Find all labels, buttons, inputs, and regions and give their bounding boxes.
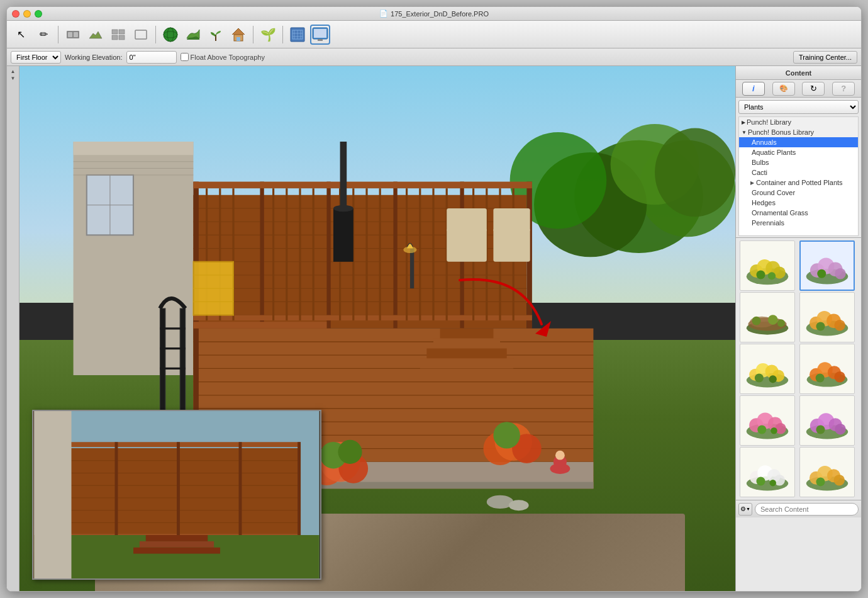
svg-rect-98 <box>433 339 500 349</box>
rotate-icon: ↻ <box>810 84 817 93</box>
mini-preview-scene <box>33 411 320 578</box>
tree-item-groundcover[interactable]: Ground Cover <box>739 188 858 198</box>
hedges-label: Hedges <box>744 199 776 206</box>
viewport[interactable] <box>19 66 735 592</box>
svg-point-182 <box>834 320 845 331</box>
training-center-button[interactable]: Training Center... <box>793 51 857 64</box>
plant-thumb-2[interactable] <box>799 240 855 291</box>
blueprint-tool[interactable] <box>287 25 308 45</box>
tab-rotate[interactable]: ↻ <box>802 82 825 96</box>
plant-thumb-5[interactable] <box>740 344 795 394</box>
plant-thumb-7[interactable] <box>740 395 795 446</box>
floor-select[interactable]: First Floor <box>11 51 61 64</box>
main-area: ▲ ▼ <box>7 66 861 592</box>
help-icon: ? <box>841 84 846 93</box>
plant-thumb-9[interactable] <box>740 447 795 497</box>
svg-rect-22 <box>318 39 323 41</box>
toolbar-separator-3 <box>253 26 253 43</box>
mini-preview <box>32 410 321 580</box>
tree-item-ornamental[interactable]: Ornamental Grass <box>739 208 858 218</box>
tab-style[interactable]: 🎨 <box>772 82 795 96</box>
landscape-tool[interactable] <box>183 25 203 45</box>
tree-item-hedges[interactable]: Hedges <box>739 198 858 208</box>
3d-view-tool[interactable] <box>131 25 151 45</box>
floor-bar: First Floor Working Elevation: Float Abo… <box>7 48 861 66</box>
svg-point-202 <box>757 425 766 434</box>
annuals-label: Annuals <box>744 138 777 146</box>
svg-point-137 <box>509 500 529 511</box>
style-icon: 🎨 <box>779 84 788 93</box>
svg-point-221 <box>833 475 845 486</box>
elevation-input[interactable] <box>126 51 177 64</box>
tree-item-container[interactable]: ▶ Container and Potted Plants <box>739 178 858 188</box>
zoom-out-arrow[interactable]: ▼ <box>11 76 16 81</box>
sphere-tool[interactable] <box>160 25 181 45</box>
svg-rect-49 <box>326 182 330 329</box>
container-expand-icon: ▶ <box>744 180 754 186</box>
svg-rect-131 <box>410 249 414 289</box>
panel-header: Content <box>736 66 861 80</box>
svg-rect-151 <box>177 442 180 538</box>
svg-rect-155 <box>146 535 208 541</box>
svg-rect-30 <box>74 142 194 155</box>
toolbar-separator-4 <box>282 26 283 43</box>
category-select[interactable]: Plants Trees Shrubs Flowers Ground Cover <box>738 100 859 114</box>
texture-tool[interactable] <box>108 25 128 45</box>
svg-rect-104 <box>193 322 326 329</box>
tab-info[interactable]: i <box>742 82 765 96</box>
punch-bonus-library-section[interactable]: ▼ Punch! Bonus Library <box>739 127 858 137</box>
svg-rect-53 <box>193 182 531 189</box>
cursor-tool[interactable]: ↖ <box>11 25 31 45</box>
pencil-tool[interactable]: ✏ <box>33 25 53 45</box>
svg-rect-158 <box>34 411 71 578</box>
perennials-label: Perennials <box>744 219 784 227</box>
punch-library-section[interactable]: ▶ Punch! Library <box>739 117 858 127</box>
plant-tool[interactable] <box>206 25 226 45</box>
floor-tool[interactable] <box>63 25 83 45</box>
plant-thumb-8[interactable] <box>799 395 855 446</box>
close-button[interactable] <box>12 10 19 18</box>
viewport-scene <box>19 66 735 592</box>
plant-thumb-6[interactable] <box>799 344 855 394</box>
tree-item-aquatic[interactable]: Aquatic Plants <box>739 147 858 157</box>
svg-rect-77 <box>447 228 487 262</box>
svg-rect-3 <box>112 30 118 34</box>
elevation-label: Working Elevation: <box>65 54 123 61</box>
gear-button[interactable]: ⚙ ▼ <box>738 503 752 516</box>
svg-rect-50 <box>393 182 397 329</box>
window-title: 📄 175_Exterior_DnD_Before.PRO <box>379 9 489 18</box>
tree-item-bulbs[interactable]: Bulbs <box>739 157 858 167</box>
groundcover-label: Ground Cover <box>744 189 795 196</box>
plant-thumb-1[interactable] <box>740 240 795 291</box>
svg-rect-156 <box>140 541 214 548</box>
plant-icon-tool[interactable]: 🌱 <box>258 25 278 45</box>
search-input[interactable] <box>755 503 859 516</box>
svg-point-222 <box>816 477 825 486</box>
panel-tabs: i 🎨 ↻ ? <box>736 80 861 98</box>
dropdown-arrow-icon: ▼ <box>746 507 750 511</box>
svg-rect-78 <box>447 208 487 232</box>
plant-thumb-3[interactable] <box>740 292 795 342</box>
house-tool[interactable] <box>228 25 248 45</box>
expand-arrow-icon: ▶ <box>742 120 745 125</box>
svg-rect-48 <box>260 182 264 329</box>
bulbs-label: Bulbs <box>744 159 769 166</box>
terrain-tool[interactable] <box>86 25 106 45</box>
svg-point-175 <box>752 316 761 325</box>
plant-thumb-4[interactable] <box>799 292 855 342</box>
toolbar: ↖ ✏ 🌱 <box>7 21 861 48</box>
tree-item-annuals[interactable]: Annuals <box>739 137 858 147</box>
tab-help[interactable]: ? <box>832 82 855 96</box>
tree-item-perennials[interactable]: Perennials <box>739 218 858 228</box>
float-checkbox[interactable] <box>181 53 189 61</box>
svg-point-171 <box>817 269 826 278</box>
svg-point-183 <box>816 322 825 330</box>
maximize-button[interactable] <box>35 10 42 18</box>
zoom-in-arrow[interactable]: ▲ <box>11 69 16 74</box>
tree-item-cacti[interactable]: Cacti <box>739 167 858 178</box>
minimize-button[interactable] <box>23 10 31 18</box>
svg-rect-99 <box>426 349 506 359</box>
monitor-tool[interactable] <box>310 25 330 45</box>
svg-rect-21 <box>314 29 326 38</box>
plant-thumb-10[interactable] <box>799 447 855 497</box>
